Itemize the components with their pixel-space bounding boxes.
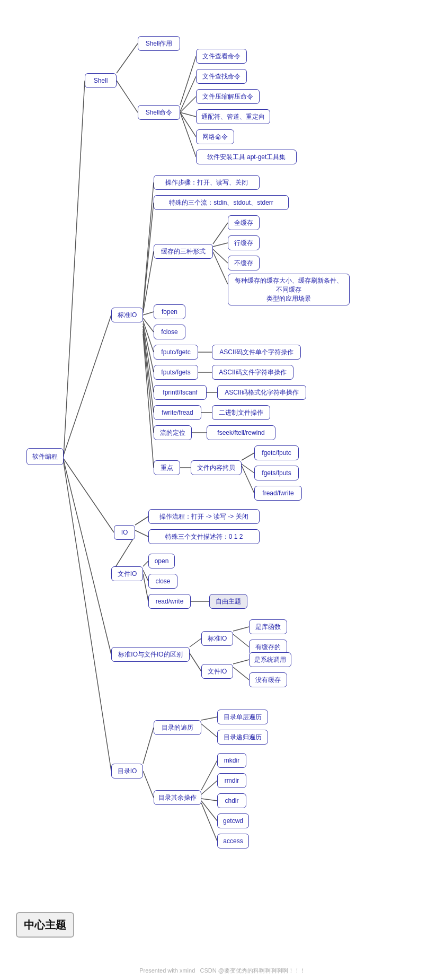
node-shell_cmd: Shell命令 — [138, 105, 180, 120]
node-free_theme: 自由主题 — [209, 594, 247, 609]
svg-line-40 — [143, 574, 148, 601]
node-fopen: fopen — [154, 304, 185, 319]
node-binary_op: 二进制文件操作 — [212, 405, 270, 420]
svg-line-58 — [201, 803, 217, 841]
svg-line-53 — [201, 724, 217, 737]
node-network: 网络命令 — [196, 129, 234, 144]
node-file_io_branch: 文件IO — [201, 664, 233, 679]
node-center_theme: 中心主题 — [16, 912, 74, 938]
node-access: access — [217, 834, 249, 848]
svg-line-7 — [180, 112, 196, 137]
node-fgets_fputs2: fgets/fputs — [254, 466, 299, 480]
svg-line-39 — [143, 570, 148, 581]
node-fwrite_fread: fwrite/fread — [154, 405, 201, 420]
svg-line-14 — [213, 243, 228, 247]
svg-line-46 — [233, 634, 249, 647]
node-mkdir: mkdir — [217, 753, 246, 768]
node-shell: Shell — [85, 73, 117, 88]
node-fgetc_fputc2: fgetc/fputc — [254, 445, 299, 460]
svg-line-43 — [190, 638, 201, 647]
node-file_zip: 文件压缩解压命令 — [196, 89, 260, 104]
node-chdir: chdir — [217, 793, 246, 808]
node-std_vs_file: 标准IO与文件IO的区别 — [111, 647, 190, 662]
svg-line-38 — [143, 561, 148, 566]
svg-line-6 — [180, 112, 196, 117]
node-shell_role: Shell作用 — [138, 36, 180, 51]
svg-line-21 — [143, 323, 154, 372]
svg-line-25 — [143, 329, 154, 413]
svg-line-32 — [242, 464, 254, 473]
svg-line-51 — [143, 771, 154, 798]
svg-line-44 — [190, 653, 201, 671]
svg-line-50 — [143, 728, 154, 764]
svg-line-57 — [201, 801, 217, 821]
svg-line-18 — [143, 318, 154, 332]
svg-line-1 — [117, 43, 138, 73]
node-center: 软件编程 — [26, 448, 64, 465]
svg-line-27 — [143, 331, 154, 433]
node-getcwd: getcwd — [217, 813, 249, 828]
svg-line-42 — [64, 460, 111, 654]
svg-line-9 — [64, 315, 111, 455]
node-fileio: 文件IO — [111, 566, 143, 581]
node-is_syscall: 是系统调用 — [249, 652, 291, 667]
svg-line-11 — [143, 203, 154, 310]
svg-line-29 — [143, 334, 154, 468]
svg-line-17 — [143, 312, 154, 315]
node-std_io_branch: 标准IO — [201, 631, 233, 646]
svg-line-12 — [143, 251, 154, 313]
node-fread_fwrite2: fread/fwrite — [254, 486, 302, 501]
node-ascii_format: ASCII码格式化字符串操作 — [217, 385, 306, 400]
node-fprintf_fscanf: fprintf/fscanf — [154, 385, 207, 400]
svg-line-15 — [213, 249, 228, 263]
svg-line-47 — [233, 660, 249, 664]
node-ascii_string: ASCII码文件字符串操作 — [212, 365, 293, 380]
node-file_copy: 文件内容拷贝 — [191, 460, 242, 475]
node-rmdir: rmdir — [217, 773, 246, 788]
node-fputs_fgets: fputs/fgets — [154, 365, 198, 380]
node-dir_io: 目录IO — [111, 764, 143, 778]
svg-line-23 — [143, 326, 154, 392]
node-read_write: read/write — [148, 594, 191, 609]
node-buf_types: 缓存的三种形式 — [154, 244, 213, 259]
node-no_buf: 不缓存 — [228, 256, 260, 270]
svg-line-2 — [117, 81, 138, 112]
node-full_buf: 全缓存 — [228, 215, 260, 230]
svg-line-4 — [180, 76, 196, 111]
svg-line-19 — [143, 321, 154, 352]
svg-line-5 — [180, 97, 196, 112]
svg-line-48 — [233, 667, 249, 680]
svg-line-35 — [135, 517, 148, 525]
node-pipe: 通配符、管道、重定向 — [196, 109, 270, 124]
svg-line-55 — [201, 781, 217, 794]
node-file_find: 文件查找命令 — [196, 69, 247, 84]
svg-line-0 — [64, 81, 85, 457]
node-line_buf: 行缓存 — [228, 235, 260, 250]
watermark: Presented with xmind CSDN @要变优秀的科啊啊啊啊啊！！… — [139, 967, 306, 975]
svg-line-10 — [143, 182, 154, 308]
node-buf_detail: 每种缓存的缓存大小、缓存刷新条件、不同缓存 类型的应用场景 — [228, 274, 350, 305]
node-file_view: 文件查看命令 — [196, 49, 247, 64]
svg-line-13 — [213, 223, 228, 244]
node-fclose: fclose — [154, 325, 185, 339]
node-no_buf2: 没有缓存 — [249, 672, 287, 687]
node-op_flow: 操作流程：打开 -> 读写 -> 关闭 — [148, 509, 260, 524]
node-key_point: 重点 — [154, 460, 180, 475]
svg-line-34 — [64, 459, 114, 532]
node-dir_single: 目录单层遍历 — [217, 710, 268, 724]
svg-line-36 — [135, 530, 148, 537]
connector-lines — [0, 0, 445, 980]
node-stdio: 标准IO — [111, 308, 143, 322]
svg-line-33 — [242, 466, 254, 493]
node-apt: 软件安装工具 apt-get工具集 — [196, 150, 297, 164]
node-io: IO — [114, 525, 135, 540]
node-fseek: fseek/ftell/rewind — [207, 425, 275, 440]
mindmap-container: 软件编程ShellShell作用Shell命令文件查看命令文件查找命令文件压缩解… — [0, 0, 445, 955]
node-open: open — [148, 554, 175, 568]
node-ascii_single: ASCII码文件单个字符操作 — [212, 345, 301, 360]
node-fputc_fgetc: fputc/fgetc — [154, 345, 198, 360]
svg-line-52 — [201, 717, 217, 720]
svg-line-3 — [180, 56, 196, 105]
node-dir_traverse: 目录的遍历 — [154, 720, 201, 735]
node-three_streams: 特殊的三个流：stdin、stdout、stderr — [154, 195, 289, 210]
